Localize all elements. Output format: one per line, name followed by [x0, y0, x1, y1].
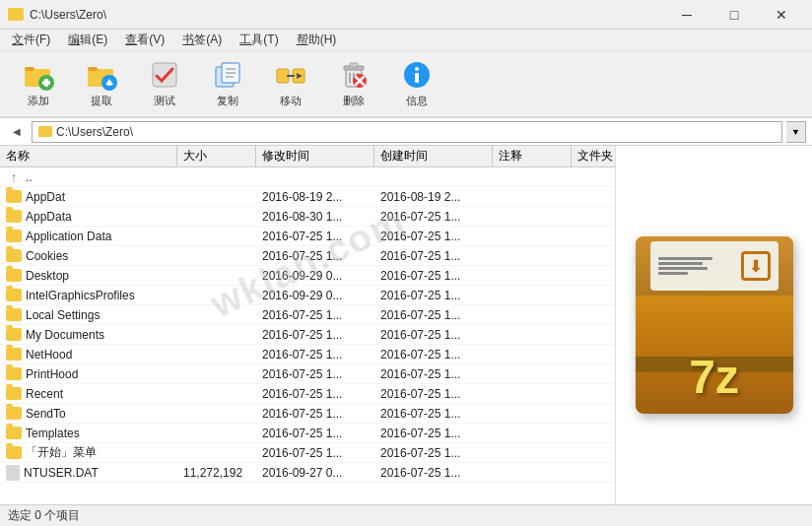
file-name: 「开始」菜单 — [26, 444, 97, 461]
table-row[interactable]: Templates2016-07-25 1...2016-07-25 1... — [0, 424, 615, 443]
file-size-cell — [177, 305, 256, 324]
file-name-cell: AppDat — [0, 187, 177, 206]
file-modified-cell: 2016-07-25 1... — [256, 384, 374, 403]
sevenzip-label: 7z — [689, 350, 739, 404]
file-created-cell: 2016-07-25 1... — [374, 286, 493, 304]
menu-help[interactable]: 帮助(H) — [289, 30, 345, 50]
file-name-cell: NetHood — [0, 345, 177, 363]
toolbar: 添加 提取 测试 — [0, 51, 812, 118]
title-bar: C:\Users\Zero\ ─ □ ✕ — [0, 0, 812, 30]
file-name: My Documents — [26, 328, 104, 342]
menu-view[interactable]: 查看(V) — [117, 30, 172, 50]
file-size-cell — [177, 207, 256, 226]
svg-rect-9 — [107, 83, 111, 86]
line4 — [658, 272, 688, 275]
file-comment-cell — [493, 207, 572, 226]
test-icon — [149, 59, 180, 91]
file-name-cell: ↑.. — [0, 167, 177, 186]
table-row[interactable]: Application Data2016-07-25 1...2016-07-2… — [0, 227, 615, 246]
close-button[interactable]: ✕ — [759, 0, 804, 30]
file-created-cell: 2016-07-25 1... — [374, 384, 493, 403]
preview-panel: ⬇ 7z — [615, 146, 812, 504]
table-row[interactable]: AppDat2016-08-19 2...2016-08-19 2... — [0, 187, 615, 207]
file-created-cell: 2016-07-25 1... — [374, 325, 493, 344]
col-header-size[interactable]: 大小 — [177, 146, 256, 166]
file-name: NTUSER.DAT — [24, 466, 99, 480]
file-name-cell: NTUSER.DAT — [0, 463, 177, 482]
file-comment-cell — [493, 443, 572, 462]
file-name-cell: Application Data — [0, 227, 177, 245]
file-name-cell: IntelGraphicsProfiles — [0, 286, 177, 304]
table-row[interactable]: PrintHood2016-07-25 1...2016-07-25 1... — [0, 364, 615, 384]
menu-bookmark[interactable]: 书签(A) — [174, 30, 230, 50]
maximize-button[interactable]: □ — [711, 0, 757, 30]
file-size-cell — [177, 443, 256, 462]
nav-back-button[interactable]: ◀ — [6, 121, 28, 143]
file-modified-cell: 2016-08-19 2... — [256, 187, 374, 206]
table-row[interactable]: Desktop2016-09-29 0...2016-07-25 1... — [0, 266, 615, 286]
line2 — [658, 262, 703, 265]
info-button[interactable]: 信息 — [388, 55, 445, 112]
table-row[interactable]: AppData2016-08-30 1...2016-07-25 1... — [0, 207, 615, 227]
table-row[interactable]: ↑.. — [0, 167, 615, 187]
file-size-cell — [177, 424, 256, 442]
file-size-cell — [177, 246, 256, 265]
file-modified-cell: 2016-07-25 1... — [256, 325, 374, 344]
table-row[interactable]: 「开始」菜单2016-07-25 1...2016-07-25 1... — [0, 443, 615, 463]
file-comment-cell — [493, 305, 572, 324]
file-comment-cell — [493, 325, 572, 344]
folder-icon — [6, 289, 22, 301]
extract-icon — [86, 59, 117, 91]
info-icon — [401, 59, 433, 91]
table-row[interactable]: SendTo2016-07-25 1...2016-07-25 1... — [0, 404, 615, 424]
add-button[interactable]: 添加 — [10, 55, 67, 112]
col-header-created[interactable]: 创建时间 — [374, 146, 493, 166]
folder-icon — [6, 249, 22, 262]
file-name-cell: Desktop — [0, 266, 177, 285]
copy-button[interactable]: 复制 — [199, 55, 256, 112]
delete-button[interactable]: 删除 — [325, 55, 382, 112]
sevenzip-icon: ⬇ 7z — [636, 236, 793, 414]
file-list[interactable]: 名称 大小 修改时间 创建时间 注释 文件夹 文件 ↑..AppDat2016-… — [0, 146, 615, 504]
file-size-cell — [177, 187, 256, 206]
menu-file[interactable]: 文件(F) — [4, 30, 58, 50]
col-header-modified[interactable]: 修改时间 — [256, 146, 374, 166]
line1 — [658, 257, 712, 260]
folder-icon — [6, 210, 22, 223]
table-row[interactable]: Cookies2016-07-25 1...2016-07-25 1... — [0, 246, 615, 266]
table-row[interactable]: Recent2016-07-25 1...2016-07-25 1... — [0, 384, 615, 404]
file-comment-cell — [493, 167, 572, 186]
move-button[interactable]: 移动 — [262, 55, 319, 112]
address-dropdown-button[interactable]: ▼ — [786, 121, 806, 143]
file-modified-cell: 2016-07-25 1... — [256, 404, 374, 423]
test-label: 测试 — [154, 94, 175, 108]
line3 — [658, 267, 708, 270]
table-row[interactable]: NetHood2016-07-25 1...2016-07-25 1... — [0, 345, 615, 364]
status-text: 选定 0 个项目 — [8, 507, 80, 524]
info-label: 信息 — [406, 94, 428, 108]
minimize-button[interactable]: ─ — [664, 0, 710, 30]
file-created-cell — [374, 167, 493, 186]
col-header-name[interactable]: 名称 — [0, 146, 177, 166]
file-name-cell: 「开始」菜单 — [0, 443, 177, 462]
file-comment-cell — [493, 266, 572, 285]
table-row[interactable]: My Documents2016-07-25 1...2016-07-25 1.… — [0, 325, 615, 345]
file-name-cell: SendTo — [0, 404, 177, 423]
table-row[interactable]: IntelGraphicsProfiles2016-09-29 0...2016… — [0, 286, 615, 305]
extract-button[interactable]: 提取 — [73, 55, 130, 112]
file-name-cell: Cookies — [0, 246, 177, 265]
test-button[interactable]: 测试 — [136, 55, 193, 112]
file-name-cell: My Documents — [0, 325, 177, 344]
download-icon: ⬇ — [741, 251, 771, 281]
col-header-comment[interactable]: 注释 — [493, 146, 572, 166]
menu-tools[interactable]: 工具(T) — [232, 30, 286, 50]
table-row[interactable]: Local Settings2016-07-25 1...2016-07-25 … — [0, 305, 615, 325]
menu-edit[interactable]: 编辑(E) — [60, 30, 115, 50]
file-name: NetHood — [26, 348, 72, 362]
col-header-folder[interactable]: 文件夹 — [572, 146, 615, 166]
file-created-cell: 2016-07-25 1... — [374, 305, 493, 324]
file-created-cell: 2016-07-25 1... — [374, 443, 493, 462]
table-row[interactable]: NTUSER.DAT11,272,1922016-09-27 0...2016-… — [0, 463, 615, 483]
svg-point-29 — [415, 67, 419, 71]
file-size-cell — [177, 286, 256, 304]
